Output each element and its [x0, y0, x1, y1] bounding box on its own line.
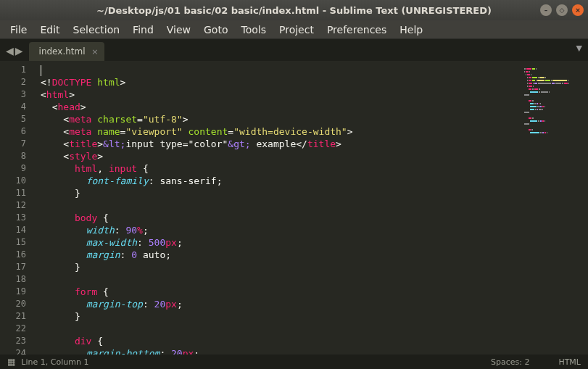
code-line[interactable]: <meta name="viewport" content="width=dev…: [41, 125, 523, 138]
status-syntax[interactable]: HTML: [558, 357, 581, 367]
code-line[interactable]: width: 90%;: [41, 224, 523, 236]
menu-file[interactable]: File: [4, 22, 33, 38]
line-number: 19: [0, 286, 26, 298]
code-line[interactable]: <meta charset="utf-8">: [41, 113, 523, 125]
minimap[interactable]: [523, 61, 588, 355]
tab-overflow-icon[interactable]: ▼: [576, 43, 582, 53]
code-line[interactable]: }: [41, 187, 523, 199]
text-cursor: [41, 65, 41, 76]
code-line[interactable]: }: [41, 261, 523, 273]
line-number: 10: [0, 175, 26, 187]
code-line[interactable]: <html>: [41, 88, 523, 101]
line-number: 20: [0, 298, 26, 310]
tab-bar: ◀ ▶ index.html × ▼: [0, 39, 588, 61]
code-line[interactable]: margin-bottom: 20px;: [41, 347, 523, 355]
line-number: 9: [0, 162, 26, 175]
code-line[interactable]: margin-top: 20px;: [41, 298, 523, 310]
code-content[interactable]: <!DOCTYPE html><html> <head> <meta chars…: [33, 61, 523, 355]
status-position[interactable]: Line 1, Column 1: [21, 357, 88, 367]
line-number: 24: [0, 347, 26, 355]
code-line[interactable]: }: [41, 310, 523, 323]
line-number: 11: [0, 187, 26, 199]
nav-forward-icon[interactable]: ▶: [15, 45, 23, 57]
maximize-button[interactable]: ◇: [556, 4, 568, 16]
menu-tools[interactable]: Tools: [235, 22, 272, 38]
tab-active[interactable]: index.html ×: [29, 42, 104, 61]
line-number: 21: [0, 310, 26, 323]
menu-selection[interactable]: Selection: [67, 22, 126, 38]
menu-goto[interactable]: Goto: [198, 22, 233, 38]
line-number: 1: [0, 64, 26, 76]
line-number: 7: [0, 138, 26, 150]
code-line[interactable]: div {: [41, 335, 523, 347]
line-number: 3: [0, 88, 26, 101]
menu-find[interactable]: Find: [127, 22, 160, 38]
line-number: 23: [0, 335, 26, 347]
tab-label: index.html: [39, 46, 86, 57]
code-line[interactable]: body {: [41, 212, 523, 224]
panel-switcher-icon[interactable]: ▦: [7, 357, 15, 367]
line-number: 5: [0, 113, 26, 125]
line-number: 13: [0, 212, 26, 224]
status-bar: ▦ Line 1, Column 1 Spaces: 2 HTML: [0, 355, 588, 369]
code-line[interactable]: [41, 323, 523, 335]
line-number-gutter: 123456789101112131415161718192021222324: [0, 61, 33, 355]
code-line[interactable]: [41, 199, 523, 212]
code-line[interactable]: [41, 64, 523, 76]
title-bar: ~/Desktop/js/01 basic/02 basic/index.htm…: [0, 0, 588, 20]
line-number: 12: [0, 199, 26, 212]
nav-back-icon[interactable]: ◀: [6, 45, 14, 57]
code-line[interactable]: margin: 0 auto;: [41, 249, 523, 261]
line-number: 18: [0, 273, 26, 286]
line-number: 14: [0, 224, 26, 236]
code-line[interactable]: <head>: [41, 101, 523, 113]
line-number: 17: [0, 261, 26, 273]
line-number: 8: [0, 150, 26, 162]
status-indent[interactable]: Spaces: 2: [491, 357, 529, 367]
menu-edit[interactable]: Edit: [34, 22, 65, 38]
code-line[interactable]: <title>&lt;input type="color"&gt; exampl…: [41, 138, 523, 150]
window-controls: – ◇ ×: [540, 4, 584, 16]
close-button[interactable]: ×: [572, 4, 584, 16]
menu-view[interactable]: View: [161, 22, 196, 38]
code-line[interactable]: [41, 273, 523, 286]
code-line[interactable]: font-family: sans-serif;: [41, 175, 523, 187]
editor-area[interactable]: 123456789101112131415161718192021222324 …: [0, 61, 588, 355]
line-number: 16: [0, 249, 26, 261]
line-number: 2: [0, 76, 26, 88]
menu-bar: File Edit Selection Find View Goto Tools…: [0, 20, 588, 39]
window-title: ~/Desktop/js/01 basic/02 basic/index.htm…: [96, 5, 492, 16]
menu-help[interactable]: Help: [394, 22, 428, 38]
code-line[interactable]: max-width: 500px;: [41, 236, 523, 249]
line-number: 22: [0, 323, 26, 335]
menu-preferences[interactable]: Preferences: [321, 22, 392, 38]
code-line[interactable]: form {: [41, 286, 523, 298]
menu-project[interactable]: Project: [273, 22, 320, 38]
code-line[interactable]: <!DOCTYPE html>: [41, 76, 523, 88]
line-number: 15: [0, 236, 26, 249]
code-line[interactable]: <style>: [41, 150, 523, 162]
line-number: 6: [0, 125, 26, 138]
line-number: 4: [0, 101, 26, 113]
tab-close-icon[interactable]: ×: [91, 47, 98, 57]
code-line[interactable]: html, input {: [41, 162, 523, 175]
minimize-button[interactable]: –: [540, 4, 552, 16]
